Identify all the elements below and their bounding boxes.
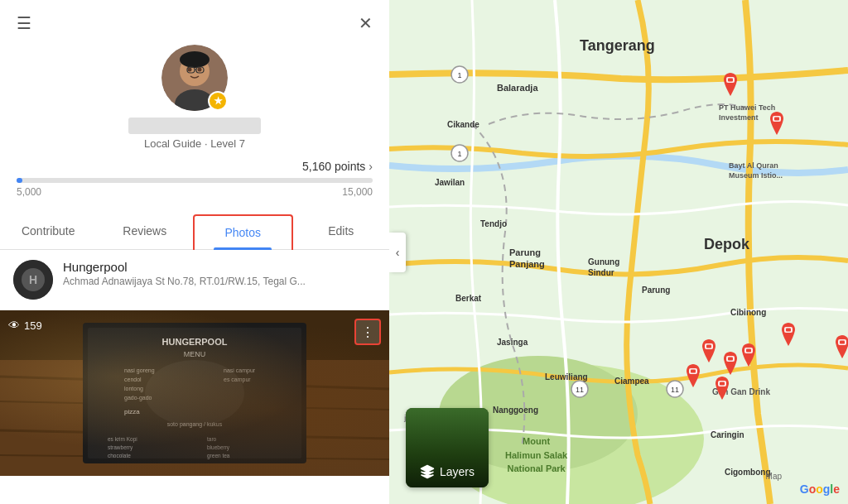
svg-rect-59 bbox=[691, 370, 696, 373]
restaurant-photo: HUNGERPOOL MENU nasi goreng cendol lonto… bbox=[0, 310, 389, 476]
svg-line-15 bbox=[0, 401, 389, 410]
svg-text:1: 1 bbox=[457, 150, 461, 158]
photo-view-count: 👁 159 bbox=[8, 319, 42, 332]
svg-rect-53 bbox=[706, 345, 711, 348]
tab-edits[interactable]: Edits bbox=[293, 214, 390, 249]
points-row: 5,160 points › bbox=[17, 160, 373, 173]
tab-photos[interactable]: Photos bbox=[193, 214, 293, 250]
user-name bbox=[128, 118, 261, 134]
map-pin-6[interactable] bbox=[683, 364, 703, 387]
svg-text:HUNGERPOOL: HUNGERPOOL bbox=[162, 337, 228, 347]
progress-max: 15,000 bbox=[342, 186, 373, 198]
progress-min: 5,000 bbox=[17, 186, 41, 198]
svg-rect-65 bbox=[840, 341, 845, 344]
avatar-wrapper: ★ bbox=[161, 45, 228, 111]
photo-more-button[interactable]: ⋮ bbox=[354, 319, 381, 345]
svg-line-14 bbox=[0, 377, 389, 389]
svg-rect-55 bbox=[728, 358, 733, 361]
tab-reviews[interactable]: Reviews bbox=[97, 214, 194, 249]
profile-section: ★ Local Guide · Level 7 bbox=[0, 36, 389, 160]
close-icon[interactable]: ✕ bbox=[355, 10, 376, 36]
place-address: Achmad Adnawijaya St No.78, RT.01/RW.15,… bbox=[63, 276, 353, 287]
place-item: H Hungerpool Achmad Adnawijaya St No.78,… bbox=[0, 250, 389, 310]
eye-icon: 👁 bbox=[8, 319, 20, 332]
svg-text:nasi goreng: nasi goreng bbox=[124, 367, 155, 374]
svg-line-16 bbox=[0, 430, 389, 439]
svg-text:11: 11 bbox=[671, 386, 679, 394]
svg-text:11: 11 bbox=[576, 386, 584, 394]
svg-text:1: 1 bbox=[457, 71, 461, 79]
layers-button[interactable]: Layers bbox=[406, 408, 489, 487]
map-pin-7[interactable] bbox=[712, 377, 732, 400]
svg-text:strawberry: strawberry bbox=[108, 444, 133, 451]
content-area[interactable]: H Hungerpool Achmad Adnawijaya St No.78,… bbox=[0, 250, 389, 504]
points-section: 5,160 points › 5,000 15,000 bbox=[0, 160, 389, 198]
svg-text:es campur: es campur bbox=[224, 377, 251, 383]
svg-text:gado-gado: gado-gado bbox=[124, 395, 152, 401]
map-pin-4[interactable] bbox=[720, 352, 740, 375]
google-logo: Google bbox=[800, 482, 840, 496]
progress-labels: 5,000 15,000 bbox=[17, 186, 373, 198]
progress-bar-fill bbox=[17, 178, 22, 183]
svg-text:blueberry: blueberry bbox=[207, 444, 230, 451]
tab-contribute[interactable]: Contribute bbox=[0, 214, 97, 249]
progress-bar-container bbox=[17, 178, 373, 183]
map-container[interactable]: 1 1 11 11 Tangerang Balaradja Cikande Ja… bbox=[389, 0, 848, 504]
local-guide-badge: ★ bbox=[208, 91, 228, 111]
layers-icon bbox=[420, 464, 435, 479]
tabs-wrapper: Contribute Reviews Photos Edits bbox=[0, 201, 389, 250]
view-count: 159 bbox=[24, 319, 42, 332]
svg-line-17 bbox=[0, 455, 389, 459]
hamburger-icon[interactable]: ☰ bbox=[13, 10, 35, 36]
svg-point-30 bbox=[145, 360, 244, 426]
svg-text:MENU: MENU bbox=[184, 350, 206, 358]
svg-text:taro: taro bbox=[207, 436, 217, 442]
svg-text:cendol: cendol bbox=[124, 377, 142, 382]
collapse-icon: ‹ bbox=[396, 246, 400, 259]
svg-rect-51 bbox=[774, 118, 779, 121]
map-pin-8[interactable] bbox=[778, 323, 798, 346]
place-info: Hungerpool Achmad Adnawijaya St No.78, R… bbox=[63, 260, 376, 287]
layers-text: Layers bbox=[440, 465, 475, 478]
place-name: Hungerpool bbox=[63, 260, 376, 274]
map-pin-9[interactable] bbox=[832, 335, 848, 358]
svg-text:H: H bbox=[29, 273, 37, 286]
layers-label: Layers bbox=[420, 464, 475, 479]
svg-rect-19 bbox=[88, 328, 301, 458]
svg-text:chocolate: chocolate bbox=[108, 453, 131, 458]
svg-text:nasi campur: nasi campur bbox=[224, 367, 256, 374]
panel-header: ☰ ✕ bbox=[0, 0, 389, 36]
map-terms: Map bbox=[766, 472, 782, 481]
svg-text:lontong: lontong bbox=[124, 386, 143, 392]
svg-point-3 bbox=[180, 51, 210, 68]
map-pin-1[interactable] bbox=[720, 73, 740, 96]
map-pin-3[interactable] bbox=[699, 339, 719, 362]
map-pin-5[interactable] bbox=[739, 343, 759, 367]
user-level: Local Guide · Level 7 bbox=[144, 137, 245, 150]
place-thumbnail: H bbox=[13, 260, 53, 300]
points-text: 5,160 points bbox=[302, 160, 365, 173]
svg-point-5 bbox=[198, 68, 202, 72]
svg-rect-12 bbox=[0, 310, 389, 476]
svg-text:pizza: pizza bbox=[124, 408, 140, 415]
svg-rect-18 bbox=[83, 323, 306, 463]
svg-rect-63 bbox=[786, 329, 791, 332]
collapse-button[interactable]: ‹ bbox=[389, 233, 406, 272]
left-panel: ☰ ✕ bbox=[0, 0, 389, 504]
svg-rect-49 bbox=[728, 79, 733, 82]
svg-text:es krim Kopi: es krim Kopi bbox=[108, 436, 137, 443]
photo-card: HUNGERPOOL MENU nasi goreng cendol lonto… bbox=[0, 310, 389, 476]
svg-rect-57 bbox=[746, 349, 751, 353]
tabs-row: Contribute Reviews Photos Edits bbox=[0, 214, 389, 250]
svg-text:green tea: green tea bbox=[207, 453, 230, 459]
right-panel: 1 1 11 11 Tangerang Balaradja Cikande Ja… bbox=[389, 0, 848, 504]
map-pin-2[interactable] bbox=[767, 112, 787, 135]
svg-text:soto pangang / kukus: soto pangang / kukus bbox=[167, 421, 223, 428]
points-chevron[interactable]: › bbox=[369, 160, 373, 173]
svg-rect-61 bbox=[720, 382, 725, 386]
svg-rect-13 bbox=[0, 360, 389, 476]
